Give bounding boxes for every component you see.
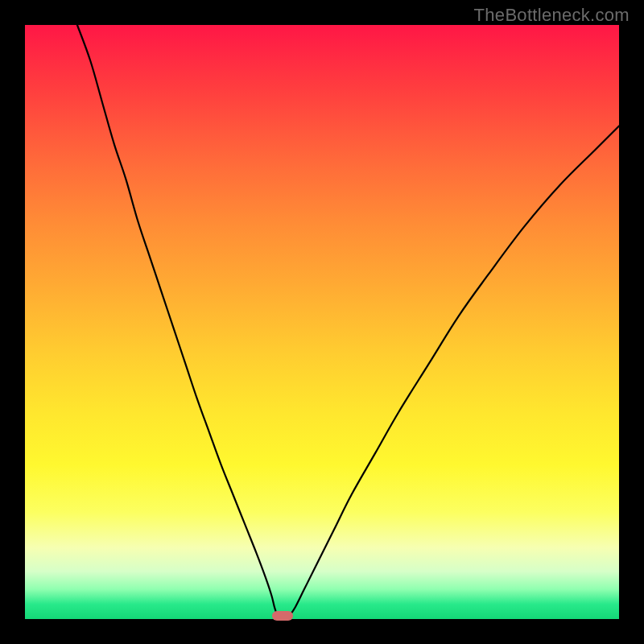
- bottleneck-marker: [272, 611, 293, 621]
- curve-left: [77, 25, 278, 616]
- curve-layer: [25, 25, 619, 619]
- chart-frame: TheBottleneck.com: [0, 0, 644, 644]
- watermark-text: TheBottleneck.com: [474, 5, 630, 26]
- curve-right: [289, 126, 619, 616]
- plot-area: [25, 25, 619, 619]
